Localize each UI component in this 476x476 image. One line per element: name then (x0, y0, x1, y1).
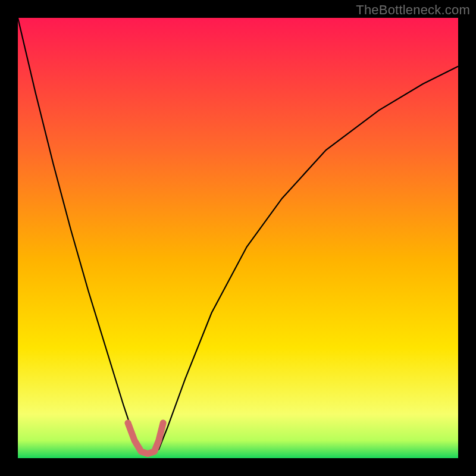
chart-background (18, 18, 458, 458)
bottleneck-chart (18, 18, 458, 458)
watermark-text: TheBottleneck.com (356, 2, 470, 18)
chart-frame (18, 18, 458, 458)
